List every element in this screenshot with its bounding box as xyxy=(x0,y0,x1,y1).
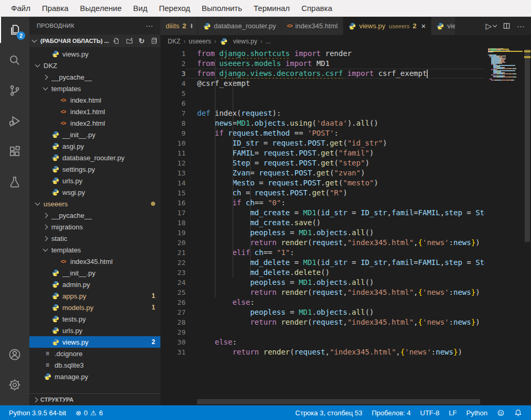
language-mode-status[interactable]: Python xyxy=(462,409,492,417)
activity-explorer[interactable]: 2 xyxy=(0,17,29,43)
code-line-13[interactable]: 13 Zvan= request.POST.get("zvan") xyxy=(160,168,531,178)
account-button[interactable] xyxy=(0,341,29,368)
tree-item-tests-py[interactable]: tests.py xyxy=(29,313,160,325)
tree-item-manage-py[interactable]: manage.py xyxy=(29,371,160,382)
tree-item-dkz[interactable]: DKZ xyxy=(29,60,160,71)
problems-status[interactable]: ⊗ 0 ⚠ 6 xyxy=(71,409,107,417)
tree-item-urls-py[interactable]: urls.py xyxy=(29,325,160,336)
feedback-button[interactable] xyxy=(492,409,510,417)
tree-item-index345-html[interactable]: <>index345.html xyxy=(29,256,160,267)
tab-close-icon[interactable]: × xyxy=(421,21,426,30)
menu-2[interactable]: Правка xyxy=(36,2,74,15)
code-line-30[interactable]: 30 else: xyxy=(160,337,531,347)
code-line-31[interactable]: 31 return render(request,"index345.html"… xyxy=(160,347,531,357)
menu-5[interactable]: Переход xyxy=(153,2,196,15)
code-line-27[interactable]: 27 peopless = MD1.objects.all() xyxy=(160,307,531,317)
collapse-all-icon[interactable] xyxy=(150,37,157,45)
tab-database-roouter-py[interactable]: database_roouter.py xyxy=(198,17,282,35)
code-line-14[interactable]: 14 Mesto = request.POST.get("mesto") xyxy=(160,178,531,188)
tree-item-settings-py[interactable]: settings.py xyxy=(29,163,160,175)
code-line-29[interactable]: 29 xyxy=(160,327,531,337)
tree-item--init-py[interactable]: __init__.py xyxy=(29,267,160,279)
menu-8[interactable]: Справка xyxy=(296,2,338,15)
python-version-status[interactable]: Python 3.9.5 64-bit xyxy=(4,409,71,417)
settings-button[interactable] xyxy=(0,372,29,398)
tree-item-useeers[interactable]: useeers xyxy=(29,198,160,209)
menu-3[interactable]: Выделение xyxy=(74,2,127,15)
minimap[interactable] xyxy=(488,48,524,81)
code-line-16[interactable]: 16 if ch== "0": xyxy=(160,198,531,208)
eol-status[interactable]: LF xyxy=(444,409,461,417)
activity-source-control[interactable] xyxy=(0,78,29,104)
tree-item--init-py[interactable]: __init__.py xyxy=(29,129,160,140)
menu-7[interactable]: Терминал xyxy=(248,2,296,15)
split-editor-button[interactable] xyxy=(503,22,511,30)
code-line-11[interactable]: 11 FAMIL= request.POST.get("famil") xyxy=(160,148,531,158)
indentation-status[interactable]: Пробелов: 4 xyxy=(367,409,415,417)
tab-diiits[interactable]: diiits2 xyxy=(160,17,198,35)
tree-item-migrations[interactable]: migrations xyxy=(29,221,160,233)
notifications-button[interactable] xyxy=(510,409,527,417)
code-line-23[interactable]: 23 md_delete.delete() xyxy=(160,268,531,278)
tree-item-models-py[interactable]: models.py1 xyxy=(29,302,160,313)
code-line-10[interactable]: 10 ID_str = request.POST.get("id_str") xyxy=(160,138,531,148)
tree-item-static[interactable]: static xyxy=(29,233,160,244)
run-button[interactable]: ▷ xyxy=(485,21,496,31)
code-line-24[interactable]: 24 peopless = MD1.objects.all() xyxy=(160,278,531,288)
code-line-18[interactable]: 18 md_create.save() xyxy=(160,218,531,228)
menu-4[interactable]: Вид xyxy=(127,2,153,15)
tree-item-index2-html[interactable]: <>index2.html xyxy=(29,117,160,129)
cursor-position-status[interactable]: Строка 3, столбец 53 xyxy=(290,409,367,417)
code-line-19[interactable]: 19 peopless = MD1.objects.all() xyxy=(160,228,531,238)
tree-item-views-py[interactable]: views.py2 xyxy=(29,336,160,348)
tab-index345-html[interactable]: <>index345.html xyxy=(282,17,344,35)
tree-item-wsgi-py[interactable]: wsgi.py xyxy=(29,186,160,198)
code-line-2[interactable]: 2from useeers.models import MD1 xyxy=(160,59,531,69)
menu-1[interactable]: Файл xyxy=(5,2,36,15)
tree-item-admin-py[interactable]: admin.py xyxy=(29,279,160,290)
tree-item--pycache-[interactable]: __pycache__ xyxy=(29,71,160,83)
code-line-28[interactable]: 28 return render(request,"index345.html"… xyxy=(160,317,531,327)
code-line-20[interactable]: 20 return render(request,"index345.html"… xyxy=(160,238,531,248)
outline-section-header[interactable]: СТРУКТУРА xyxy=(29,393,160,405)
code-line-6[interactable]: 6 xyxy=(160,98,531,108)
breadcrumb-item-4[interactable]: ... xyxy=(266,38,271,45)
tree-item--dcignore[interactable]: ≡.dcignore xyxy=(29,348,160,359)
refresh-icon[interactable]: ↻ xyxy=(138,37,145,45)
tree-item-database-roouter-py[interactable]: database_roouter.py xyxy=(29,152,160,163)
tree-item-urls-py[interactable]: urls.py xyxy=(29,175,160,186)
tree-item--pycache-[interactable]: __pycache__ xyxy=(29,209,160,221)
menu-6[interactable]: Выполнить xyxy=(196,2,248,15)
tree-item-templates[interactable]: templates xyxy=(29,244,160,256)
activity-testing[interactable] xyxy=(0,169,29,195)
tree-item-index-html[interactable]: <>index.html xyxy=(29,94,160,106)
tree-item-index1-html[interactable]: <>index1.html xyxy=(29,106,160,117)
code-line-5[interactable]: 5 xyxy=(160,89,531,98)
new-folder-icon[interactable] xyxy=(125,37,133,45)
code-line-25[interactable]: 25 return render(request,"index345.html"… xyxy=(160,288,531,297)
explorer-more-actions-icon[interactable]: ··· xyxy=(146,21,153,30)
activity-search[interactable] xyxy=(0,47,29,73)
tree-item-db-sqlite3[interactable]: ≡db.sqlite3 xyxy=(29,359,160,371)
breadcrumb-item-1[interactable]: DKZ xyxy=(168,38,180,45)
more-actions-button[interactable]: ··· xyxy=(517,21,525,30)
code-line-4[interactable]: 4@csrf_exempt xyxy=(160,79,531,89)
activity-run-debug[interactable] xyxy=(0,108,29,134)
horizontal-scrollbar-thumb[interactable] xyxy=(197,399,480,404)
tree-item-asgi-py[interactable]: asgi.py xyxy=(29,140,160,152)
code-line-9[interactable]: 9 if request.method == 'POST': xyxy=(160,128,531,138)
tree-item-templates[interactable]: templates xyxy=(29,83,160,94)
code-line-8[interactable]: 8 news=MD1.objects.using('daata').all() xyxy=(160,118,531,128)
code-line-15[interactable]: 15 ch = request.POST.get("R") xyxy=(160,188,531,198)
code-editor[interactable]: 1from django.shortcuts import render2fro… xyxy=(160,47,531,405)
workspace-section-header[interactable]: (РАБОЧАЯ ОБЛАСТЬ) ... ↻ xyxy=(29,35,160,47)
encoding-status[interactable]: UTF-8 xyxy=(416,409,445,417)
vertical-scrollbar[interactable] xyxy=(524,47,531,405)
breadcrumb-item-3[interactable]: views.py xyxy=(220,38,257,45)
code-line-12[interactable]: 12 Step = request.POST.get("step") xyxy=(160,158,531,168)
activity-extensions[interactable] xyxy=(0,138,29,164)
tree-item-apps-py[interactable]: apps.py1 xyxy=(29,290,160,302)
tree-item-views-py[interactable]: views.py xyxy=(29,48,160,60)
code-line-7[interactable]: 7def index(request): xyxy=(160,108,531,118)
new-file-icon[interactable] xyxy=(113,37,120,45)
